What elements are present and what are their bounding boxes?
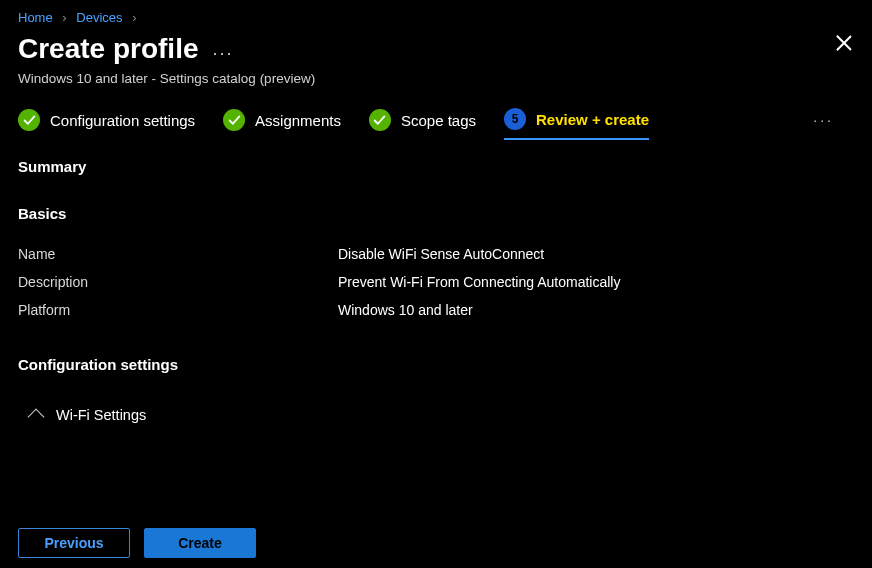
config-settings-heading: Configuration settings	[18, 356, 854, 373]
step-assignments[interactable]: Assignments	[223, 109, 341, 139]
previous-button[interactable]: Previous	[18, 528, 130, 558]
breadcrumb-devices[interactable]: Devices	[76, 10, 122, 25]
step-label: Assignments	[255, 112, 341, 129]
label-platform: Platform	[18, 302, 338, 318]
page-subtitle: Windows 10 and later - Settings catalog …	[0, 71, 872, 108]
step-label: Configuration settings	[50, 112, 195, 129]
steps-more-button[interactable]: ···	[813, 112, 834, 136]
label-name: Name	[18, 246, 338, 262]
chevron-up-icon	[28, 409, 45, 426]
chevron-right-icon: ›	[132, 10, 136, 25]
page-title: Create profile	[18, 33, 199, 65]
step-configuration-settings[interactable]: Configuration settings	[18, 109, 195, 139]
value-description: Prevent Wi-Fi From Connecting Automatica…	[338, 274, 620, 290]
row-name: Name Disable WiFi Sense AutoConnect	[18, 240, 854, 268]
create-button[interactable]: Create	[144, 528, 256, 558]
breadcrumb: Home › Devices ›	[0, 0, 872, 29]
content: Summary Basics Name Disable WiFi Sense A…	[0, 158, 872, 429]
chevron-right-icon: ›	[62, 10, 66, 25]
footer-buttons: Previous Create	[18, 528, 256, 558]
basics-heading: Basics	[18, 205, 854, 222]
value-name: Disable WiFi Sense AutoConnect	[338, 246, 544, 262]
summary-heading: Summary	[18, 158, 854, 175]
wizard-steps: Configuration settings Assignments Scope…	[0, 108, 872, 154]
step-label: Review + create	[536, 111, 649, 128]
label-description: Description	[18, 274, 338, 290]
row-platform: Platform Windows 10 and later	[18, 296, 854, 324]
row-description: Description Prevent Wi-Fi From Connectin…	[18, 268, 854, 296]
accordion-wifi-settings[interactable]: Wi-Fi Settings	[18, 401, 854, 429]
accordion-label: Wi-Fi Settings	[56, 407, 146, 423]
page-header: Create profile ···	[0, 29, 872, 71]
breadcrumb-home[interactable]: Home	[18, 10, 53, 25]
checkmark-icon	[18, 109, 40, 131]
step-scope-tags[interactable]: Scope tags	[369, 109, 476, 139]
close-icon[interactable]	[836, 35, 852, 51]
value-platform: Windows 10 and later	[338, 302, 473, 318]
checkmark-icon	[223, 109, 245, 131]
step-number-icon: 5	[504, 108, 526, 130]
step-label: Scope tags	[401, 112, 476, 129]
more-actions-button[interactable]: ···	[213, 44, 234, 62]
checkmark-icon	[369, 109, 391, 131]
step-review-create[interactable]: 5 Review + create	[504, 108, 649, 140]
